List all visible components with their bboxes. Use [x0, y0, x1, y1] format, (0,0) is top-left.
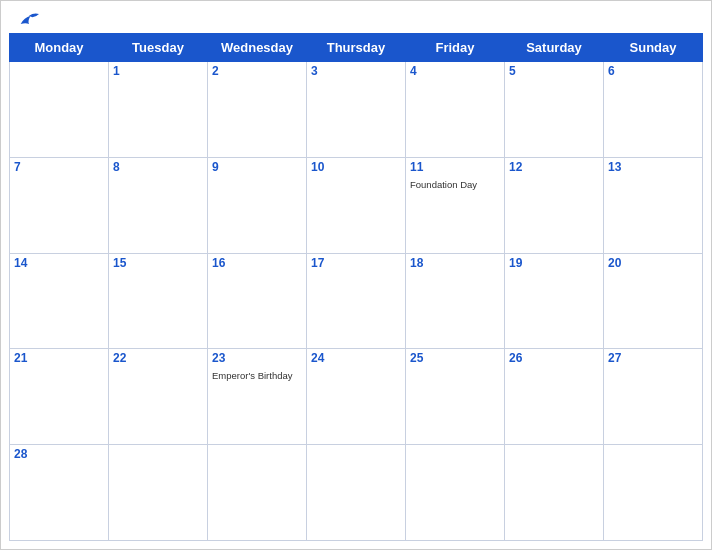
- calendar-cell: 22: [109, 349, 208, 445]
- calendar-cell: [505, 445, 604, 541]
- calendar-table: MondayTuesdayWednesdayThursdayFridaySatu…: [9, 33, 703, 541]
- day-number: 10: [311, 160, 401, 174]
- day-number: 2: [212, 64, 302, 78]
- weekday-wednesday: Wednesday: [208, 34, 307, 62]
- day-number: 6: [608, 64, 698, 78]
- day-event: Emperor's Birthday: [212, 370, 292, 381]
- calendar-cell: [208, 445, 307, 541]
- calendar-cell: 16: [208, 253, 307, 349]
- day-number: 26: [509, 351, 599, 365]
- day-number: 25: [410, 351, 500, 365]
- calendar-cell: 11Foundation Day: [406, 157, 505, 253]
- calendar-cell: 23Emperor's Birthday: [208, 349, 307, 445]
- week-row-1: 123456: [10, 62, 703, 158]
- week-row-5: 28: [10, 445, 703, 541]
- day-number: 13: [608, 160, 698, 174]
- calendar-cell: 14: [10, 253, 109, 349]
- calendar-cell: 27: [604, 349, 703, 445]
- calendar-cell: 25: [406, 349, 505, 445]
- week-row-2: 7891011Foundation Day1213: [10, 157, 703, 253]
- calendar-cell: 19: [505, 253, 604, 349]
- calendar-cell: 6: [604, 62, 703, 158]
- logo: [17, 9, 45, 29]
- day-number: 1: [113, 64, 203, 78]
- weekday-saturday: Saturday: [505, 34, 604, 62]
- day-number: 21: [14, 351, 104, 365]
- day-number: 18: [410, 256, 500, 270]
- calendar-cell: 10: [307, 157, 406, 253]
- calendar-page: MondayTuesdayWednesdayThursdayFridaySatu…: [0, 0, 712, 550]
- calendar-cell: 2: [208, 62, 307, 158]
- week-row-3: 14151617181920: [10, 253, 703, 349]
- weekday-monday: Monday: [10, 34, 109, 62]
- week-row-4: 212223Emperor's Birthday24252627: [10, 349, 703, 445]
- calendar-cell: [604, 445, 703, 541]
- day-number: 5: [509, 64, 599, 78]
- day-number: 11: [410, 160, 500, 174]
- calendar-cell: 20: [604, 253, 703, 349]
- day-number: 4: [410, 64, 500, 78]
- calendar-cell: [10, 62, 109, 158]
- calendar-cell: [406, 445, 505, 541]
- calendar-cell: 4: [406, 62, 505, 158]
- calendar-cell: 12: [505, 157, 604, 253]
- day-number: 23: [212, 351, 302, 365]
- calendar-cell: 24: [307, 349, 406, 445]
- day-number: 8: [113, 160, 203, 174]
- calendar-cell: 18: [406, 253, 505, 349]
- day-number: 28: [14, 447, 104, 461]
- weekday-friday: Friday: [406, 34, 505, 62]
- day-number: 14: [14, 256, 104, 270]
- calendar-cell: 5: [505, 62, 604, 158]
- calendar-cell: 7: [10, 157, 109, 253]
- weekday-sunday: Sunday: [604, 34, 703, 62]
- calendar-cell: 17: [307, 253, 406, 349]
- day-number: 3: [311, 64, 401, 78]
- calendar-cell: 15: [109, 253, 208, 349]
- weekday-header-row: MondayTuesdayWednesdayThursdayFridaySatu…: [10, 34, 703, 62]
- logo-icon: [17, 9, 41, 29]
- weekday-tuesday: Tuesday: [109, 34, 208, 62]
- day-number: 9: [212, 160, 302, 174]
- calendar-cell: 21: [10, 349, 109, 445]
- day-number: 12: [509, 160, 599, 174]
- calendar-header: [1, 1, 711, 33]
- calendar-cell: 28: [10, 445, 109, 541]
- day-number: 19: [509, 256, 599, 270]
- calendar-cell: [109, 445, 208, 541]
- calendar-cell: 26: [505, 349, 604, 445]
- day-number: 20: [608, 256, 698, 270]
- calendar-cell: 1: [109, 62, 208, 158]
- calendar-cell: [307, 445, 406, 541]
- calendar-cell: 3: [307, 62, 406, 158]
- day-number: 17: [311, 256, 401, 270]
- day-number: 16: [212, 256, 302, 270]
- day-number: 27: [608, 351, 698, 365]
- day-number: 22: [113, 351, 203, 365]
- day-number: 7: [14, 160, 104, 174]
- calendar-body: MondayTuesdayWednesdayThursdayFridaySatu…: [1, 33, 711, 549]
- calendar-cell: 9: [208, 157, 307, 253]
- day-number: 15: [113, 256, 203, 270]
- weekday-thursday: Thursday: [307, 34, 406, 62]
- calendar-cell: 8: [109, 157, 208, 253]
- day-event: Foundation Day: [410, 179, 477, 190]
- calendar-cell: 13: [604, 157, 703, 253]
- day-number: 24: [311, 351, 401, 365]
